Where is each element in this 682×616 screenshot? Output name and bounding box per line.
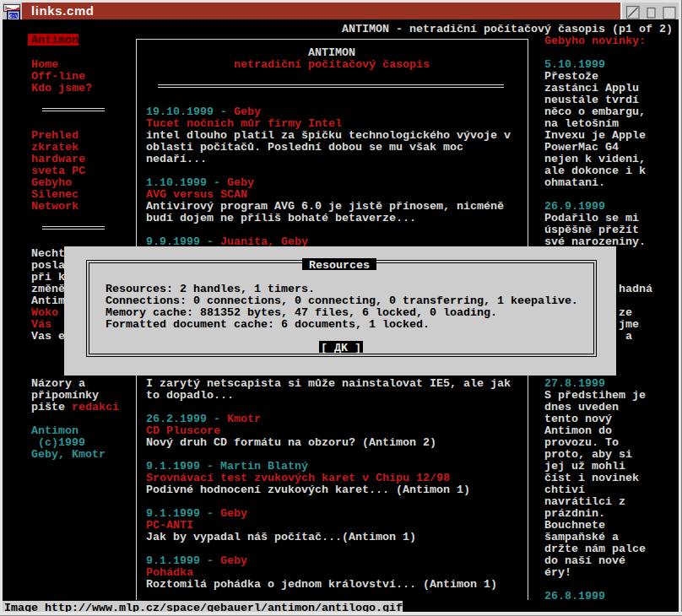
svg-text:C:\: C:\	[9, 14, 18, 19]
